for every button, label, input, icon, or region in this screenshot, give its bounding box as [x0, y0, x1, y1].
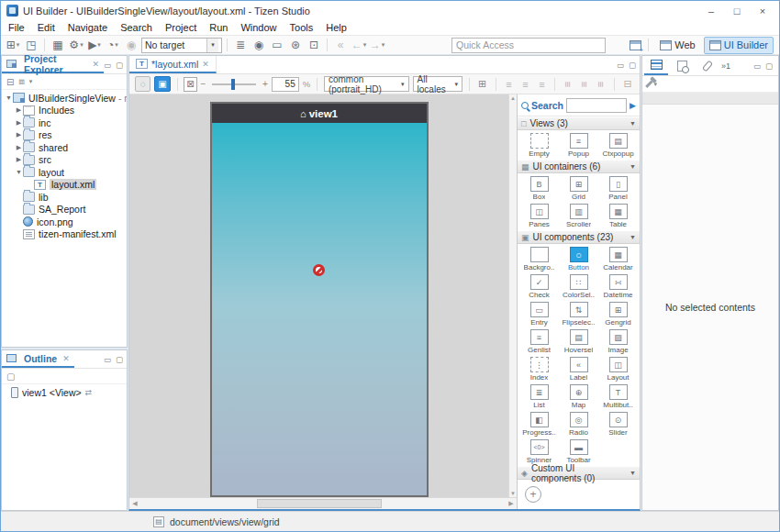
palette-item-check[interactable]: ✓ Check — [519, 273, 559, 300]
palette-item-background[interactable]: Backgro.. — [519, 246, 559, 272]
view1-body[interactable] — [212, 123, 427, 495]
tab-preview[interactable] — [670, 56, 694, 75]
collapse-section-icon[interactable]: ▼ — [630, 120, 636, 127]
palette-search-input[interactable] — [566, 98, 627, 113]
search-go-icon[interactable]: ▶ — [630, 101, 636, 110]
canvas-horizontal-scrollbar[interactable]: ◀ ▶ — [129, 497, 517, 509]
palette-item-grid[interactable]: ⊞ Grid — [559, 175, 598, 202]
zoom-slider-thumb[interactable] — [231, 79, 235, 90]
palette-item-flipselector[interactable]: ⇅ Flipselec.. — [559, 301, 598, 327]
palette-item-colorselector[interactable]: ∷ ColorSel.. — [559, 273, 598, 300]
file-search-icon[interactable]: ⊡ — [306, 37, 322, 53]
menu-run[interactable]: Run — [209, 22, 228, 33]
web-perspective-button[interactable]: Web — [655, 37, 699, 54]
zoom-slider[interactable] — [212, 83, 255, 85]
emulator-manager-icon[interactable]: ◉ — [251, 37, 267, 53]
tree-row-res[interactable]: ▶ res — [2, 129, 127, 142]
maximize-panel-icon[interactable]: ▢ — [116, 355, 123, 364]
tree-row-src[interactable]: ▶ src — [2, 154, 127, 167]
previous-edit-icon[interactable]: « — [332, 37, 349, 53]
back-icon[interactable]: ← — [351, 37, 367, 53]
section-custom-ui-components[interactable]: ◈ Custom UI components (0) ▼ — [518, 466, 640, 480]
menu-navigate[interactable]: Navigate — [68, 22, 107, 33]
menu-file[interactable]: File — [8, 22, 25, 33]
grid-toggle-icon[interactable]: ⊞ — [476, 78, 489, 90]
tab-outline[interactable]: Outline ✕ — [2, 350, 74, 368]
palette-item-ctxpopup[interactable]: ▤ Ctxpopup — [598, 132, 638, 159]
palette-item-box[interactable]: B Box — [519, 175, 559, 202]
minimize-editor-icon[interactable]: ▭ — [617, 61, 624, 70]
save-icon[interactable]: ▦ — [50, 37, 66, 53]
tree-row-inc[interactable]: ▶ inc — [2, 116, 127, 129]
minimize-panel-icon[interactable]: ▭ — [104, 355, 111, 364]
link-editor-icon[interactable]: ⧈ — [18, 76, 24, 87]
ui-builder-perspective-button[interactable]: UI Builder — [704, 37, 774, 54]
zoom-in-icon[interactable]: + — [262, 79, 268, 89]
minimize-panel-icon[interactable]: ▭ — [104, 61, 111, 70]
tree-row-sa-report[interactable]: SA_Report — [2, 204, 127, 216]
profile-icon[interactable]: ◔ — [105, 37, 121, 53]
palette-item-layout[interactable]: ◫ Layout — [598, 356, 638, 382]
close-icon[interactable]: ✕ — [62, 354, 70, 363]
section-ui-containers[interactable]: ▦ UI containers (6) ▼ — [518, 160, 640, 173]
palette-item-genlist[interactable]: ≡ Genlist — [519, 328, 559, 355]
outline-item-view1[interactable]: view1 <View> ⇄ — [2, 386, 127, 399]
palette-item-spinner[interactable]: <0> Spinner — [519, 438, 559, 465]
palette-item-progressbar[interactable]: ◧ Progress.. — [519, 411, 559, 438]
pin-icon[interactable] — [645, 80, 652, 87]
tree-row-shared[interactable]: ▶ shared — [2, 141, 127, 154]
outline-toggle-icon[interactable]: ≣ — [232, 37, 249, 53]
menu-search[interactable]: Search — [120, 22, 152, 33]
palette-item-panes[interactable]: ◫ Panes — [519, 203, 559, 229]
run-icon[interactable]: ▶ — [86, 37, 103, 53]
palette-item-table[interactable]: ▦ Table — [598, 203, 638, 229]
palette-item-index[interactable]: ⋮ Index — [519, 356, 559, 382]
view1-frame[interactable]: ⌂ view1 — [210, 102, 429, 497]
scroll-down-icon[interactable]: ▼ — [510, 491, 516, 496]
target-combo[interactable]: No target ▾ — [141, 38, 222, 53]
menu-help[interactable]: Help — [326, 22, 347, 33]
collapse-section-icon[interactable]: ▼ — [630, 470, 636, 476]
palette-item-map[interactable]: ⊕ Map — [559, 383, 598, 410]
palette-item-slider[interactable]: ⊙ Slider — [598, 411, 638, 438]
resolution-select[interactable]: common (portrait_HD) ▾ — [324, 76, 409, 92]
palette-item-toolbar[interactable]: ▬ Toolbar — [559, 438, 598, 465]
palette-item-list[interactable]: ≣ List — [519, 383, 559, 410]
palette-item-empty[interactable]: Empty — [519, 132, 559, 159]
menu-edit[interactable]: Edit — [38, 22, 55, 33]
tree-row-layout-xml[interactable]: layout.xml — [2, 179, 127, 192]
section-views[interactable]: □ Views (3) ▼ — [518, 116, 640, 130]
certificate-manager-icon[interactable]: ⊛ — [287, 37, 304, 53]
section-ui-components[interactable]: ▣ UI components (23) ▼ — [518, 230, 640, 244]
palette-item-panel[interactable]: ▯ Panel — [598, 175, 638, 202]
tab-layout-xml[interactable]: *layout.xml ✕ — [129, 56, 217, 73]
palette-item-multibuttonentry[interactable]: T Multibut.. — [598, 383, 638, 410]
new-view-icon[interactable]: ▢ — [6, 371, 15, 382]
menu-window[interactable]: Window — [240, 22, 276, 33]
tree-row-includes[interactable]: ▶ Includes — [2, 105, 127, 117]
view-menu-icon[interactable]: ▾ — [29, 78, 33, 85]
console-icon[interactable]: ▭ — [269, 37, 285, 53]
close-icon[interactable]: ✕ — [202, 60, 209, 69]
maximize-panel-icon[interactable]: ▢ — [765, 61, 773, 71]
close-icon[interactable]: ✕ — [92, 60, 99, 69]
tab-properties[interactable] — [644, 56, 668, 75]
close-icon[interactable]: × — [750, 3, 775, 19]
tree-row-lib[interactable]: lib — [2, 191, 127, 204]
menu-project[interactable]: Project — [165, 22, 196, 33]
palette-item-popup[interactable]: ≡ Popup — [559, 132, 598, 159]
tree-row-layout[interactable]: ▼ layout — [2, 166, 127, 179]
palette-item-scroller[interactable]: ▥ Scroller — [559, 203, 598, 229]
collapse-all-icon[interactable]: ⊟ — [6, 77, 14, 87]
tree-row-project[interactable]: ▼ UIBuilderSingleView - mobile-4.0 — [2, 92, 127, 105]
maximize-editor-icon[interactable]: ▢ — [629, 61, 636, 70]
design-canvas[interactable]: ⌂ view1 — [129, 94, 508, 497]
tab-attachments[interactable] — [696, 56, 719, 75]
maximize-icon[interactable]: □ — [724, 3, 750, 19]
design-view-button[interactable]: ▣ — [154, 76, 170, 92]
palette-item-label[interactable]: « Label — [559, 356, 598, 382]
palette-item-datetime[interactable]: ∺ Datetime — [598, 273, 638, 300]
tree-row-icon-png[interactable]: icon.png — [2, 216, 127, 228]
new-wizard-icon[interactable]: ⊞ — [5, 37, 21, 53]
quick-access-input[interactable] — [451, 38, 606, 53]
